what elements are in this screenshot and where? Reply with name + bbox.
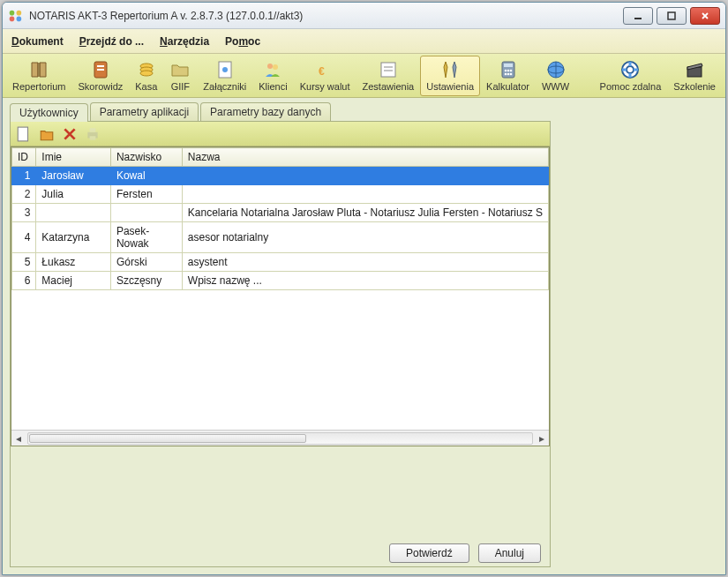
globe-icon xyxy=(545,59,567,80)
svg-rect-7 xyxy=(97,65,104,67)
window-title: NOTARIS AKT-3 Repertorium A v. 2.8.7.3 (… xyxy=(29,10,303,22)
tool-pomoc-zdalna[interactable]: Pomoc zdalna xyxy=(594,56,668,96)
tool-ustawienia[interactable]: Ustawienia xyxy=(420,56,480,96)
delete-icon[interactable] xyxy=(62,126,78,142)
anuluj-button[interactable]: Anuluj xyxy=(478,543,541,563)
grid-body[interactable]: ID Imie Nazwisko Nazwa 1 Jarosław Kowal xyxy=(11,147,549,430)
svg-point-14 xyxy=(267,64,273,69)
calculator-icon xyxy=(498,59,519,80)
table-row[interactable]: 4 Katarzyna Pasek-Nowak asesor notarialn… xyxy=(12,222,549,253)
tools-icon xyxy=(439,59,461,80)
tool-kasa[interactable]: Kasa xyxy=(129,56,163,96)
tab-parametry-bazy[interactable]: Parametry bazy danych xyxy=(200,102,331,121)
menu-dokument[interactable]: Dokument xyxy=(11,35,64,48)
tool-szkolenie[interactable]: Szkolenie xyxy=(667,56,722,96)
folder-icon xyxy=(169,59,191,80)
scroll-track[interactable] xyxy=(27,432,533,445)
svg-rect-34 xyxy=(18,127,27,141)
header-imie[interactable]: Imie xyxy=(36,148,111,167)
euro-icon: € xyxy=(314,59,335,80)
report-icon xyxy=(378,59,399,80)
header-id[interactable]: ID xyxy=(12,148,36,167)
svg-point-27 xyxy=(509,73,512,76)
tab-parametry-aplikacji[interactable]: Parametry aplikacji xyxy=(90,102,199,121)
scroll-thumb[interactable] xyxy=(29,434,306,443)
svg-point-13 xyxy=(222,67,228,72)
svg-point-25 xyxy=(504,73,507,76)
tool-kalkulator[interactable]: Kalkulator xyxy=(480,56,536,96)
table-row[interactable]: 5 Łukasz Górski asystent xyxy=(12,253,549,272)
table-row[interactable]: 3 Kancelaria Notarialna Jarosław Pluta -… xyxy=(12,204,549,222)
panel-uzytkownicy: ID Imie Nazwisko Nazwa 1 Jarosław Kowal xyxy=(10,121,551,567)
content-area: Użytkownicy Parametry aplikacji Parametr… xyxy=(3,98,725,574)
svg-rect-17 xyxy=(381,63,395,77)
scroll-left-icon[interactable]: ◂ xyxy=(11,432,26,445)
titlebar[interactable]: NOTARIS AKT-3 Repertorium A v. 2.8.7.3 (… xyxy=(3,3,725,29)
lifebuoy-icon xyxy=(619,59,641,80)
header-nazwisko[interactable]: Nazwisko xyxy=(110,148,182,167)
grid-wrap: ID Imie Nazwisko Nazwa 1 Jarosław Kowal xyxy=(11,146,550,446)
maximize-button[interactable] xyxy=(657,7,687,25)
panel-toolbar xyxy=(11,122,550,146)
svg-rect-5 xyxy=(668,12,675,19)
scroll-right-icon[interactable]: ▸ xyxy=(535,432,549,445)
menu-pomoc[interactable]: Pomoc xyxy=(225,35,260,48)
coins-icon xyxy=(136,59,157,80)
tool-giif[interactable]: GIIF xyxy=(163,56,197,96)
menubar: Dokument Przejdź do ... Narzędzia Pomoc xyxy=(3,29,725,54)
svg-rect-37 xyxy=(90,136,96,140)
clapper-icon xyxy=(684,59,705,80)
svg-point-11 xyxy=(140,71,153,76)
tool-www[interactable]: WWW xyxy=(536,56,575,96)
table-row[interactable]: 2 Julia Fersten xyxy=(12,185,549,204)
svg-point-24 xyxy=(509,70,512,72)
svg-point-22 xyxy=(504,70,507,72)
people-icon xyxy=(262,59,283,80)
svg-point-26 xyxy=(507,73,509,76)
svg-point-1 xyxy=(17,10,22,15)
tool-klienci[interactable]: Klienci xyxy=(252,56,293,96)
minimize-button[interactable] xyxy=(623,7,653,25)
tool-repertorium[interactable]: Repertorium xyxy=(6,56,72,96)
menu-przejdz[interactable]: Przejdź do ... xyxy=(79,35,144,48)
svg-rect-4 xyxy=(634,18,642,19)
open-folder-icon[interactable] xyxy=(39,126,55,142)
potwierdz-button[interactable]: Potwierdź xyxy=(389,543,469,563)
tab-uzytkownicy[interactable]: Użytkownicy xyxy=(10,103,88,122)
header-nazwa[interactable]: Nazwa xyxy=(182,148,548,167)
svg-point-15 xyxy=(273,64,278,70)
tabs-row: Użytkownicy Parametry aplikacji Parametr… xyxy=(10,101,718,121)
main-window: NOTARIS AKT-3 Repertorium A v. 2.8.7.3 (… xyxy=(2,2,726,575)
svg-rect-8 xyxy=(97,69,104,71)
menu-narzedzia[interactable]: Narzędzia xyxy=(160,35,209,48)
attachment-icon xyxy=(214,59,236,80)
svg-rect-36 xyxy=(90,128,96,132)
table-row[interactable]: 6 Maciej Szczęsny Wpisz nazwę ... xyxy=(12,272,549,290)
app-icon xyxy=(8,8,24,24)
toolbar: Repertorium Skorowidz Kasa GIIF Załączni… xyxy=(3,54,725,98)
svg-point-3 xyxy=(17,16,22,21)
svg-point-2 xyxy=(10,16,15,21)
svg-point-0 xyxy=(10,10,15,15)
svg-point-32 xyxy=(627,66,634,73)
users-grid[interactable]: ID Imie Nazwisko Nazwa 1 Jarosław Kowal xyxy=(11,147,549,290)
close-button[interactable] xyxy=(690,7,720,25)
tool-skorowidz[interactable]: Skorowidz xyxy=(72,56,130,96)
svg-rect-21 xyxy=(504,64,513,67)
book-icon xyxy=(28,59,49,80)
tool-kursy[interactable]: € Kursy walut xyxy=(294,56,356,96)
tool-zestawienia[interactable]: Zestawienia xyxy=(356,56,421,96)
svg-point-23 xyxy=(507,70,509,72)
footer-buttons: Potwierdź Anuluj xyxy=(11,531,550,566)
new-icon[interactable] xyxy=(16,126,32,142)
svg-text:€: € xyxy=(319,65,325,78)
print-icon[interactable] xyxy=(85,126,101,142)
table-row[interactable]: 1 Jarosław Kowal xyxy=(12,167,549,185)
binder-icon xyxy=(90,59,111,80)
horizontal-scrollbar[interactable]: ◂ ▸ xyxy=(11,430,549,446)
tool-zalaczniki[interactable]: Załączniki xyxy=(197,56,252,96)
